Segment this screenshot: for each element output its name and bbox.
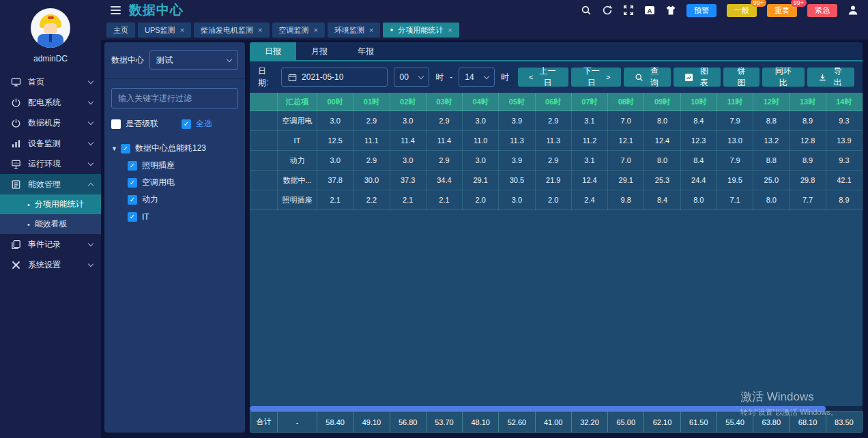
totals-value-cell: 83.50 — [826, 412, 862, 433]
alarm-button-一般[interactable]: 一般99+ — [727, 4, 757, 17]
download-icon — [818, 73, 827, 82]
report-tab-日报[interactable]: 日报 — [250, 42, 296, 60]
sidebar-item-label: 设备监测 — [28, 138, 89, 149]
tree-item-IT[interactable]: ✓IT — [111, 208, 238, 225]
button-label: 导出 — [832, 65, 843, 89]
sidebar-item-系统设置[interactable]: 系统设置 — [0, 254, 101, 275]
content: 数据中心 测试 是否级联 ✓ 全选 ▼ — [101, 40, 868, 438]
nav-tab-label: 柴油发电机监测 — [201, 23, 253, 38]
sidebar-item-首页[interactable]: 首页 — [0, 72, 101, 92]
keyword-filter-input[interactable] — [111, 88, 238, 108]
refresh-icon — [602, 5, 613, 16]
power-icon — [11, 118, 21, 128]
tree-item-照明插座[interactable]: ✓照明插座 — [111, 157, 238, 174]
nav-tab-环境监测[interactable]: 环境监测× — [328, 23, 380, 38]
tree-item-动力[interactable]: ✓动力 — [111, 191, 238, 208]
totals-value-cell: 56.80 — [390, 412, 426, 433]
horizontal-scrollbar[interactable] — [250, 406, 863, 411]
sidebar-item-运行环境[interactable]: 运行环境 — [0, 154, 101, 174]
tree-item-checkbox[interactable]: ✓ — [128, 161, 137, 171]
totals-value-cell: 65.00 — [608, 412, 644, 433]
button-查询[interactable]: 查询 — [624, 68, 671, 87]
nav-tab-label: 分项用能统计 — [398, 23, 443, 38]
value-cell: 25.3 — [644, 171, 680, 190]
totals-value-cell: 53.70 — [426, 412, 462, 433]
button-下一日[interactable]: 下一日> — [571, 68, 622, 87]
close-icon[interactable]: × — [448, 23, 452, 38]
tree-expand-icon[interactable]: ▼ — [111, 145, 121, 152]
sidebar-item-配电系统[interactable]: 配电系统 — [0, 92, 101, 113]
button-同环比[interactable]: 同环比 — [762, 68, 805, 87]
close-icon[interactable]: × — [314, 23, 318, 38]
date-input[interactable] — [302, 72, 370, 82]
table-area: 汇总项00时01时02时03时04时05时06时07时08时09时10时11时1… — [250, 93, 863, 406]
close-icon[interactable]: × — [369, 23, 373, 38]
chevron-down-icon — [88, 78, 93, 83]
nav-tab-柴油发电机监测[interactable]: 柴油发电机监测× — [194, 23, 269, 38]
value-cell: 7.1 — [717, 190, 753, 210]
sidebar: adminDC 首页配电系统数据机房设备监测运行环境能效管理•分项用能统计•能效… — [0, 0, 101, 438]
alarm-count-badge: 99+ — [791, 0, 807, 7]
calendar-icon — [288, 73, 297, 82]
nav-tab-空调监测[interactable]: 空调监测× — [272, 23, 325, 38]
tree-root[interactable]: ▼ ✓ 数据中心总能耗123 — [111, 140, 238, 157]
value-cell: 42.1 — [826, 171, 862, 190]
tree-item-空调用电[interactable]: ✓空调用电 — [111, 174, 238, 191]
button-导出[interactable]: 导出 — [807, 68, 854, 87]
value-cell: 3.0 — [463, 151, 499, 171]
hour-from-value: 00 — [400, 72, 414, 82]
alarm-button-重要[interactable]: 重要99+ — [767, 4, 797, 17]
tree-item-checkbox[interactable]: ✓ — [128, 212, 137, 222]
value-cell: 8.0 — [644, 111, 680, 131]
value-cell: 3.0 — [463, 111, 499, 131]
date-picker[interactable] — [281, 68, 387, 87]
hour-from-select[interactable]: 00 — [394, 68, 430, 87]
column-header: 13时 — [790, 93, 826, 111]
sidebar-item-事件记录[interactable]: 事件记录 — [0, 234, 101, 254]
value-cell: 11.3 — [535, 131, 571, 151]
value-cell: 8.9 — [826, 190, 862, 210]
value-cell: 2.0 — [463, 190, 499, 210]
sidebar-item-设备监测[interactable]: 设备监测 — [0, 133, 101, 154]
tree-item-checkbox[interactable]: ✓ — [128, 178, 137, 188]
sidebar-item-数据机房[interactable]: 数据机房 — [0, 113, 101, 133]
alarm-button-预警[interactable]: 预警 — [686, 4, 717, 17]
nav-tab-主页[interactable]: 主页 — [106, 23, 135, 38]
topbar: 数据中心 A预警一般99+重要99+紧急 — [101, 0, 868, 20]
button-上一日[interactable]: <上一日 — [518, 68, 568, 87]
chevron-down-icon — [418, 73, 424, 78]
scrollbar-thumb[interactable] — [250, 406, 826, 411]
tree-root-label: 数据中心总能耗123 — [135, 143, 206, 154]
sidebar-item-能效管理[interactable]: 能效管理 — [0, 174, 101, 194]
datacenter-select[interactable]: 测试 — [149, 50, 238, 70]
sidebar-subitem-分项用能统计[interactable]: •分项用能统计 — [0, 194, 101, 214]
close-icon[interactable]: × — [180, 23, 184, 38]
chart-box-icon — [684, 73, 693, 82]
alarm-button-紧急[interactable]: 紧急 — [807, 4, 837, 17]
sidebar-subitem-能效看板[interactable]: •能效看板 — [0, 214, 101, 234]
select-all-checkbox[interactable]: ✓ — [182, 119, 191, 129]
value-cell: 9.8 — [608, 190, 644, 210]
hamburger-icon[interactable] — [111, 6, 121, 14]
nav-tabstrip: 主页UPS监测×柴油发电机监测×空调监测×环境监测×●分项用能统计× — [101, 20, 868, 40]
nav-tab-UPS监测[interactable]: UPS监测× — [138, 23, 191, 38]
button-label: 查询 — [648, 65, 660, 89]
table-row: 数据中...37.830.037.334.429.130.521.912.429… — [250, 171, 863, 190]
tree-root-checkbox[interactable]: ✓ — [121, 144, 130, 154]
value-cell: 3.0 — [317, 111, 353, 131]
table-row: 空调用电3.02.93.02.93.03.92.93.17.08.08.47.9… — [250, 111, 863, 131]
cascade-checkbox[interactable] — [111, 119, 121, 129]
close-icon[interactable]: × — [258, 23, 262, 38]
totals-value-cell: 52.60 — [499, 412, 535, 433]
button-图表[interactable]: 图表 — [674, 68, 721, 87]
toolbar-buttons: <上一日下一日>查询图表饼图同环比导出 — [515, 68, 854, 87]
button-饼图[interactable]: 饼图 — [723, 68, 759, 87]
avatar[interactable] — [31, 8, 70, 48]
tree-item-label: 空调用电 — [142, 177, 175, 188]
report-tab-年报[interactable]: 年报 — [343, 42, 389, 60]
tree-item-checkbox[interactable]: ✓ — [128, 195, 137, 205]
nav-tab-分项用能统计[interactable]: ●分项用能统计× — [383, 23, 459, 38]
hour-to-select[interactable]: 14 — [459, 68, 495, 87]
chevron-right-icon: > — [606, 73, 610, 81]
report-tab-月报[interactable]: 月报 — [296, 42, 343, 60]
